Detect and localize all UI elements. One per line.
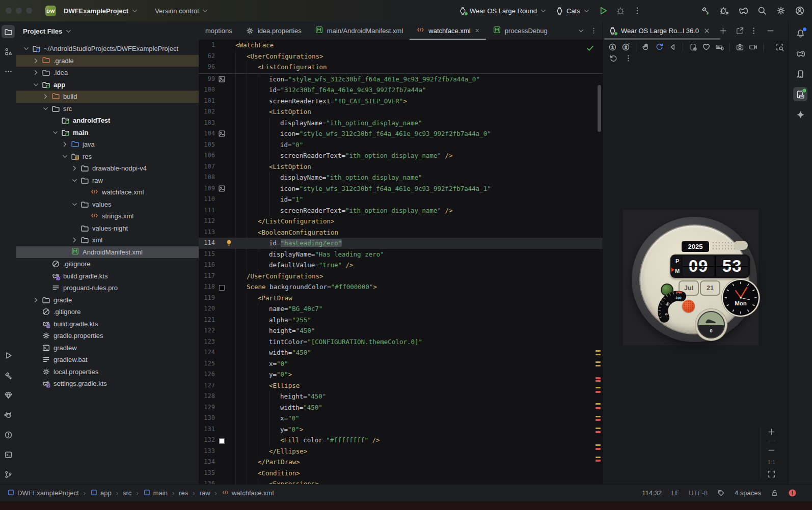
tree-item[interactable]: proguard-rules.pro — [16, 282, 199, 294]
breadcrumb-item[interactable]: res — [179, 489, 188, 497]
code-line[interactable]: 132<Fill color="#ffffffff" /> — [199, 435, 603, 446]
tool-more-h-button[interactable] — [2, 65, 15, 78]
code-line[interactable]: 104icon="style_wfs_312c30bf_f64a_461e_9c… — [199, 128, 603, 139]
device-tab-title[interactable]: Wear OS Large Ro...l 36.0 — [621, 27, 699, 35]
encoding-widget[interactable]: UTF-8 — [689, 489, 708, 497]
tool-structure-button[interactable] — [2, 45, 15, 58]
editor-tab[interactable]: main/AndroidManifest.xml — [308, 21, 410, 40]
code-line[interactable]: 99icon="style_wfs_312c30bf_f64a_461e_9c9… — [199, 74, 603, 85]
hidden-tabs-button[interactable] — [577, 27, 585, 35]
tool-gradle-elephant-button[interactable] — [793, 46, 807, 61]
emulator-back-triangle-button[interactable] — [668, 43, 677, 51]
error-stripe-mark[interactable] — [596, 419, 601, 421]
code-line[interactable]: 108displayName="ith_option_display_name" — [199, 172, 603, 183]
chevron-right-icon[interactable] — [32, 69, 40, 76]
tree-item[interactable]: settings.gradle.kts — [16, 378, 199, 390]
chevron-right-icon[interactable] — [32, 296, 40, 304]
warning-stripe-mark[interactable] — [596, 387, 601, 388]
code-line[interactable]: 114id="hasLeadingZero" — [199, 238, 603, 249]
emulator-camera-button[interactable] — [736, 43, 744, 51]
window-controls[interactable] — [6, 8, 32, 14]
emulator-phone-gear-button[interactable] — [689, 43, 697, 51]
inspections-status-icon[interactable] — [586, 44, 594, 52]
code-line[interactable]: 109icon="style_wfs_312c30bf_f64a_461e_9c… — [199, 183, 603, 194]
tool-play-button[interactable] — [2, 349, 15, 362]
code-line[interactable]: 103displayName="ith_option_display_name" — [199, 118, 603, 129]
tool-running-devices-button[interactable] — [793, 87, 807, 101]
unlock-icon[interactable] — [771, 489, 778, 497]
chevron-right-icon[interactable] — [71, 236, 78, 244]
error-stripe-mark[interactable] — [596, 431, 601, 433]
error-stripe-mark[interactable] — [596, 407, 601, 409]
error-stripe-mark[interactable] — [596, 460, 601, 462]
tree-item[interactable]: .gitignore — [16, 306, 199, 318]
editor-tab[interactable]: watchface.xml× — [410, 21, 486, 40]
hammer-run-button[interactable] — [700, 6, 711, 16]
warning-stripe-mark[interactable] — [596, 444, 601, 446]
error-stripe-mark[interactable] — [596, 380, 601, 382]
run-button[interactable] — [598, 6, 608, 16]
code-line[interactable]: 1<WatchFace — [199, 40, 603, 51]
editor-tab[interactable]: processDebug — [486, 21, 554, 40]
tree-item[interactable]: .gitignore — [16, 258, 199, 270]
tool-problem-button[interactable] — [2, 428, 15, 441]
code-line[interactable]: 62<UserConfigurations> — [199, 51, 603, 62]
debug-button[interactable] — [615, 6, 626, 16]
breadcrumb-item[interactable]: DWFExampleProject — [7, 489, 79, 497]
emulator-kebab-button[interactable] — [624, 54, 633, 63]
code-line[interactable]: 134</PartDraw> — [199, 457, 603, 468]
tool-bell-button[interactable] — [793, 26, 807, 40]
tree-item[interactable]: values-night — [16, 222, 199, 235]
chevron-right-icon[interactable] — [61, 140, 69, 148]
tree-item[interactable]: build — [16, 91, 199, 103]
tool-hammer-button[interactable] — [2, 369, 15, 382]
maximize-window-button[interactable] — [26, 8, 32, 14]
tree-item[interactable]: gradlew — [16, 342, 199, 354]
editor-scrollbar[interactable] — [598, 85, 601, 132]
chevron-down-icon[interactable] — [71, 201, 78, 208]
tree-item[interactable]: ~/AndroidStudioProjects/DWFExampleProjec… — [16, 43, 199, 55]
warning-stripe-mark[interactable] — [596, 361, 601, 363]
tag-icon[interactable] — [717, 489, 725, 497]
chevron-down-icon[interactable] — [32, 81, 40, 89]
code-line[interactable]: 118Scene backgroundColor="#ff000000"> — [199, 281, 603, 293]
emulator-hand-button[interactable] — [642, 43, 651, 51]
tool-git-branch-button[interactable] — [2, 468, 15, 481]
breadcrumb-item[interactable]: src — [123, 489, 131, 497]
tab-options-button[interactable] — [590, 27, 598, 35]
code-line[interactable]: 110id="1" — [199, 194, 603, 205]
tree-item[interactable]: res — [16, 151, 199, 163]
code-line[interactable]: 129width="450" — [199, 402, 603, 413]
close-tab-icon[interactable]: × — [475, 26, 479, 35]
code-line[interactable]: 133</Ellipse> — [199, 446, 603, 457]
emulator-video-button[interactable] — [749, 43, 757, 51]
close-device-tab-button[interactable] — [703, 27, 711, 35]
code-line[interactable]: 111screenReaderText="ith_option_display_… — [199, 205, 603, 216]
emulator-rotate-ccw-button[interactable] — [609, 54, 618, 63]
code-line[interactable]: 112</ListConfiguration> — [199, 216, 603, 227]
chevron-down-icon[interactable] — [22, 45, 30, 52]
error-stripe-mark[interactable] — [596, 391, 601, 393]
code-line[interactable]: 115displayName="Has leading zero" — [199, 249, 603, 260]
breadcrumb-item[interactable]: main — [143, 489, 168, 497]
warning-stripe-mark[interactable] — [596, 457, 601, 458]
breadcrumb-item[interactable]: watchface.xml — [222, 489, 274, 497]
tree-item[interactable]: androidTest — [16, 115, 199, 127]
chevron-down-icon[interactable] — [51, 129, 59, 136]
emulator-keyboard-button[interactable] — [715, 43, 724, 51]
zoom-actual-button[interactable]: 1:1 — [768, 459, 775, 465]
tree-item[interactable]: AndroidManifest.xml — [16, 246, 199, 259]
code-line[interactable]: 124width="450" — [199, 347, 603, 358]
zoom-fit-button[interactable] — [767, 470, 776, 478]
tree-item[interactable]: gradlew.bat — [16, 354, 199, 366]
tree-item[interactable]: xml — [16, 234, 199, 246]
tool-gem-button[interactable] — [2, 388, 15, 402]
code-line[interactable]: 125x="0" — [199, 358, 603, 370]
tree-item[interactable]: .idea — [16, 67, 199, 79]
indent-widget[interactable]: 4 spaces — [735, 489, 761, 497]
breadcrumb-item[interactable]: app — [90, 489, 112, 497]
device-selector[interactable]: Wear OS Large Round — [455, 3, 551, 18]
code-line[interactable]: 126y="0"> — [199, 369, 603, 380]
tree-item[interactable]: main — [16, 127, 199, 139]
emulator-screenshot-zoom-button[interactable] — [775, 43, 784, 51]
